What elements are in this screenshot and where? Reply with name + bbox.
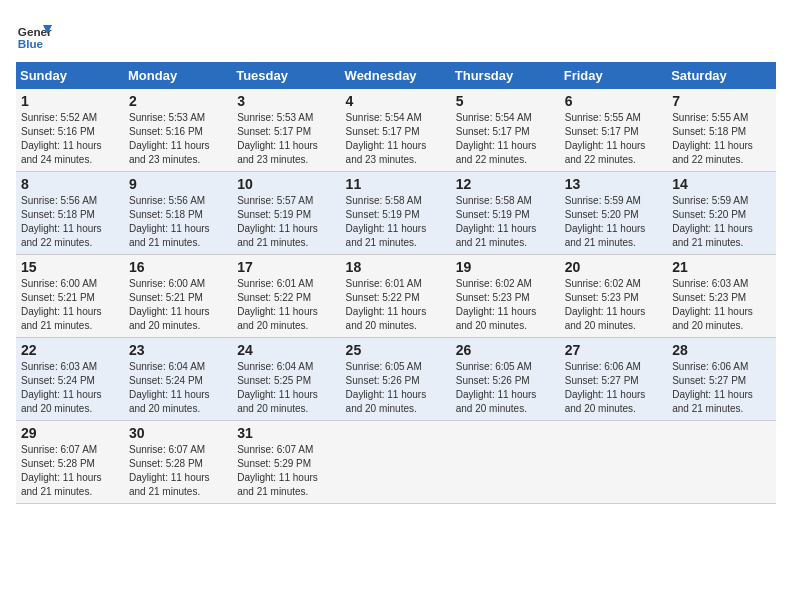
calendar-cell: 12Sunrise: 5:58 AM Sunset: 5:19 PM Dayli… [451, 172, 560, 255]
calendar-cell: 27Sunrise: 6:06 AM Sunset: 5:27 PM Dayli… [560, 338, 667, 421]
svg-text:Blue: Blue [18, 37, 44, 50]
day-info: Sunrise: 6:04 AM Sunset: 5:24 PM Dayligh… [129, 360, 227, 416]
day-number: 3 [237, 93, 335, 109]
day-number: 23 [129, 342, 227, 358]
day-info: Sunrise: 6:07 AM Sunset: 5:29 PM Dayligh… [237, 443, 335, 499]
day-number: 31 [237, 425, 335, 441]
day-info: Sunrise: 5:56 AM Sunset: 5:18 PM Dayligh… [129, 194, 227, 250]
day-number: 29 [21, 425, 119, 441]
calendar-cell: 15Sunrise: 6:00 AM Sunset: 5:21 PM Dayli… [16, 255, 124, 338]
col-header-friday: Friday [560, 62, 667, 89]
day-number: 21 [672, 259, 771, 275]
col-header-monday: Monday [124, 62, 232, 89]
calendar-cell: 8Sunrise: 5:56 AM Sunset: 5:18 PM Daylig… [16, 172, 124, 255]
day-number: 8 [21, 176, 119, 192]
calendar-cell: 18Sunrise: 6:01 AM Sunset: 5:22 PM Dayli… [341, 255, 451, 338]
header-row: SundayMondayTuesdayWednesdayThursdayFrid… [16, 62, 776, 89]
day-number: 28 [672, 342, 771, 358]
col-header-thursday: Thursday [451, 62, 560, 89]
day-number: 5 [456, 93, 555, 109]
calendar-cell: 28Sunrise: 6:06 AM Sunset: 5:27 PM Dayli… [667, 338, 776, 421]
calendar-cell: 9Sunrise: 5:56 AM Sunset: 5:18 PM Daylig… [124, 172, 232, 255]
day-info: Sunrise: 5:56 AM Sunset: 5:18 PM Dayligh… [21, 194, 119, 250]
calendar-cell: 6Sunrise: 5:55 AM Sunset: 5:17 PM Daylig… [560, 89, 667, 172]
calendar-cell: 23Sunrise: 6:04 AM Sunset: 5:24 PM Dayli… [124, 338, 232, 421]
week-row-2: 8Sunrise: 5:56 AM Sunset: 5:18 PM Daylig… [16, 172, 776, 255]
day-number: 7 [672, 93, 771, 109]
day-number: 4 [346, 93, 446, 109]
calendar-cell: 31Sunrise: 6:07 AM Sunset: 5:29 PM Dayli… [232, 421, 340, 504]
day-info: Sunrise: 5:59 AM Sunset: 5:20 PM Dayligh… [672, 194, 771, 250]
day-info: Sunrise: 6:04 AM Sunset: 5:25 PM Dayligh… [237, 360, 335, 416]
logo: General Blue [16, 16, 52, 52]
day-number: 18 [346, 259, 446, 275]
day-info: Sunrise: 5:58 AM Sunset: 5:19 PM Dayligh… [346, 194, 446, 250]
calendar-cell: 10Sunrise: 5:57 AM Sunset: 5:19 PM Dayli… [232, 172, 340, 255]
calendar-cell [560, 421, 667, 504]
day-number: 15 [21, 259, 119, 275]
day-number: 19 [456, 259, 555, 275]
calendar-cell: 21Sunrise: 6:03 AM Sunset: 5:23 PM Dayli… [667, 255, 776, 338]
day-info: Sunrise: 5:54 AM Sunset: 5:17 PM Dayligh… [346, 111, 446, 167]
calendar-cell: 22Sunrise: 6:03 AM Sunset: 5:24 PM Dayli… [16, 338, 124, 421]
week-row-1: 1Sunrise: 5:52 AM Sunset: 5:16 PM Daylig… [16, 89, 776, 172]
col-header-tuesday: Tuesday [232, 62, 340, 89]
calendar-cell: 11Sunrise: 5:58 AM Sunset: 5:19 PM Dayli… [341, 172, 451, 255]
calendar-cell [667, 421, 776, 504]
calendar-table: SundayMondayTuesdayWednesdayThursdayFrid… [16, 62, 776, 504]
week-row-3: 15Sunrise: 6:00 AM Sunset: 5:21 PM Dayli… [16, 255, 776, 338]
calendar-cell [341, 421, 451, 504]
day-number: 9 [129, 176, 227, 192]
calendar-cell: 2Sunrise: 5:53 AM Sunset: 5:16 PM Daylig… [124, 89, 232, 172]
day-info: Sunrise: 6:02 AM Sunset: 5:23 PM Dayligh… [456, 277, 555, 333]
day-info: Sunrise: 5:57 AM Sunset: 5:19 PM Dayligh… [237, 194, 335, 250]
day-info: Sunrise: 6:01 AM Sunset: 5:22 PM Dayligh… [346, 277, 446, 333]
week-row-5: 29Sunrise: 6:07 AM Sunset: 5:28 PM Dayli… [16, 421, 776, 504]
day-info: Sunrise: 6:05 AM Sunset: 5:26 PM Dayligh… [346, 360, 446, 416]
calendar-cell: 4Sunrise: 5:54 AM Sunset: 5:17 PM Daylig… [341, 89, 451, 172]
header: General Blue [16, 16, 776, 52]
day-number: 1 [21, 93, 119, 109]
day-number: 27 [565, 342, 662, 358]
calendar-cell: 25Sunrise: 6:05 AM Sunset: 5:26 PM Dayli… [341, 338, 451, 421]
day-info: Sunrise: 6:07 AM Sunset: 5:28 PM Dayligh… [129, 443, 227, 499]
day-info: Sunrise: 6:05 AM Sunset: 5:26 PM Dayligh… [456, 360, 555, 416]
day-info: Sunrise: 5:53 AM Sunset: 5:16 PM Dayligh… [129, 111, 227, 167]
day-info: Sunrise: 6:07 AM Sunset: 5:28 PM Dayligh… [21, 443, 119, 499]
calendar-cell: 17Sunrise: 6:01 AM Sunset: 5:22 PM Dayli… [232, 255, 340, 338]
day-number: 26 [456, 342, 555, 358]
day-info: Sunrise: 6:01 AM Sunset: 5:22 PM Dayligh… [237, 277, 335, 333]
day-info: Sunrise: 6:03 AM Sunset: 5:23 PM Dayligh… [672, 277, 771, 333]
calendar-cell: 13Sunrise: 5:59 AM Sunset: 5:20 PM Dayli… [560, 172, 667, 255]
day-number: 6 [565, 93, 662, 109]
day-number: 16 [129, 259, 227, 275]
calendar-cell: 29Sunrise: 6:07 AM Sunset: 5:28 PM Dayli… [16, 421, 124, 504]
day-info: Sunrise: 5:53 AM Sunset: 5:17 PM Dayligh… [237, 111, 335, 167]
day-info: Sunrise: 6:06 AM Sunset: 5:27 PM Dayligh… [565, 360, 662, 416]
day-info: Sunrise: 6:06 AM Sunset: 5:27 PM Dayligh… [672, 360, 771, 416]
week-row-4: 22Sunrise: 6:03 AM Sunset: 5:24 PM Dayli… [16, 338, 776, 421]
day-info: Sunrise: 6:02 AM Sunset: 5:23 PM Dayligh… [565, 277, 662, 333]
calendar-cell: 3Sunrise: 5:53 AM Sunset: 5:17 PM Daylig… [232, 89, 340, 172]
calendar-cell: 7Sunrise: 5:55 AM Sunset: 5:18 PM Daylig… [667, 89, 776, 172]
day-number: 13 [565, 176, 662, 192]
calendar-cell: 14Sunrise: 5:59 AM Sunset: 5:20 PM Dayli… [667, 172, 776, 255]
logo-icon: General Blue [16, 16, 52, 52]
calendar-cell: 19Sunrise: 6:02 AM Sunset: 5:23 PM Dayli… [451, 255, 560, 338]
calendar-cell: 26Sunrise: 6:05 AM Sunset: 5:26 PM Dayli… [451, 338, 560, 421]
day-info: Sunrise: 6:00 AM Sunset: 5:21 PM Dayligh… [129, 277, 227, 333]
calendar-cell: 24Sunrise: 6:04 AM Sunset: 5:25 PM Dayli… [232, 338, 340, 421]
day-number: 12 [456, 176, 555, 192]
calendar-cell: 5Sunrise: 5:54 AM Sunset: 5:17 PM Daylig… [451, 89, 560, 172]
calendar-cell: 16Sunrise: 6:00 AM Sunset: 5:21 PM Dayli… [124, 255, 232, 338]
day-number: 10 [237, 176, 335, 192]
day-info: Sunrise: 5:54 AM Sunset: 5:17 PM Dayligh… [456, 111, 555, 167]
day-number: 20 [565, 259, 662, 275]
col-header-saturday: Saturday [667, 62, 776, 89]
col-header-sunday: Sunday [16, 62, 124, 89]
day-info: Sunrise: 6:00 AM Sunset: 5:21 PM Dayligh… [21, 277, 119, 333]
day-number: 24 [237, 342, 335, 358]
day-info: Sunrise: 5:59 AM Sunset: 5:20 PM Dayligh… [565, 194, 662, 250]
day-number: 17 [237, 259, 335, 275]
calendar-cell: 20Sunrise: 6:02 AM Sunset: 5:23 PM Dayli… [560, 255, 667, 338]
